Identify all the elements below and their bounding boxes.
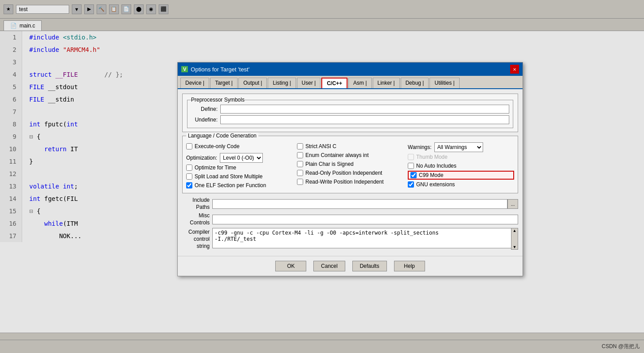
enum-container-cb[interactable] <box>297 152 303 158</box>
one-elf-section-cb[interactable] <box>186 182 192 188</box>
execute-only-code-cb[interactable] <box>186 143 192 149</box>
dialog-footer: OK Cancel Defaults Help <box>178 256 523 276</box>
codegen-section: Language / Code Generation Execute-only … <box>182 136 518 193</box>
one-elf-section-row: One ELF Section per Function <box>186 181 293 189</box>
dialog-title-text: Options for Target 'test' <box>191 66 250 73</box>
strict-ansi-c-cb[interactable] <box>297 143 303 149</box>
undefine-input[interactable] <box>220 115 509 124</box>
gnu-extensions-cb[interactable] <box>408 181 414 188</box>
strict-ansi-c-row: Strict ANSI C <box>297 142 403 150</box>
plain-char-signed-row: Plain Char is Signed <box>297 160 403 168</box>
gnu-extensions-row: GNU extensions <box>408 180 514 188</box>
warnings-label: Warnings: <box>408 144 432 150</box>
define-input[interactable] <box>220 105 509 114</box>
compiler-control-label: Compiler control string <box>182 228 212 250</box>
optimize-for-time-label: Optimize for Time <box>195 165 236 171</box>
preprocessor-legend: Preprocessor Symbols <box>191 97 245 103</box>
dialog-title: V Options for Target 'test' <box>181 66 250 73</box>
optimize-for-time-cb[interactable] <box>186 165 192 171</box>
execute-only-code-row: Execute-only Code <box>186 142 293 150</box>
dialog-titlebar: V Options for Target 'test' × <box>178 63 523 76</box>
enum-container-row: Enum Container always int <box>297 151 403 159</box>
help-button[interactable]: Help <box>394 261 425 271</box>
options-dialog: V Options for Target 'test' × Device | T… <box>177 62 523 276</box>
dialog-body: Preprocessor Symbols Define: Undefine: L… <box>178 89 523 256</box>
tab-cpp[interactable]: C/C++ <box>321 78 347 88</box>
plain-char-signed-cb[interactable] <box>297 161 303 167</box>
dialog-tab-bar: Device | Target | Output | Listing | Use… <box>178 76 523 89</box>
codegen-col2: Strict ANSI C Enum Container always int … <box>297 142 403 189</box>
no-auto-includes-cb[interactable] <box>408 163 414 169</box>
codegen-legend: Language / Code Generation <box>186 133 258 139</box>
ro-position-indep-cb[interactable] <box>297 170 303 176</box>
thumb-mode-cb <box>408 154 414 160</box>
include-paths-row: Include Paths ... <box>182 197 518 211</box>
tab-linker[interactable]: Linker | <box>373 78 400 88</box>
tab-device[interactable]: Device | <box>180 78 209 88</box>
tab-target[interactable]: Target | <box>210 78 238 88</box>
c99-mode-label: C99 Mode <box>419 172 443 178</box>
define-label: Define: <box>191 106 218 112</box>
preprocessor-section: Preprocessor Symbols Define: Undefine: <box>182 94 518 132</box>
no-auto-includes-row: No Auto Includes <box>408 162 514 170</box>
compiler-control-container: -c99 -gnu -c -cpu Cortex-M4 -li -g -O0 -… <box>212 228 518 250</box>
tab-listing[interactable]: Listing | <box>268 78 296 88</box>
enum-container-label: Enum Container always int <box>305 152 369 158</box>
warnings-row: Warnings: All Warnings No Warnings Unspe… <box>408 142 514 152</box>
include-paths-browse-button[interactable]: ... <box>507 199 518 209</box>
ro-position-indep-label: Read-Only Position Independent <box>305 170 382 176</box>
warnings-select[interactable]: All Warnings No Warnings Unspecified <box>434 142 483 152</box>
scroll-up-btn[interactable]: ▲ <box>511 228 518 233</box>
dialog-overlay: V Options for Target 'test' × Device | T… <box>0 0 644 353</box>
codegen-col3: Warnings: All Warnings No Warnings Unspe… <box>408 142 514 189</box>
plain-char-signed-label: Plain Char is Signed <box>305 161 354 167</box>
ro-position-indep-row: Read-Only Position Independent <box>297 169 403 177</box>
ok-button[interactable]: OK <box>275 261 306 271</box>
split-load-store-row: Split Load and Store Multiple <box>186 173 293 180</box>
scroll-down-btn[interactable]: ▼ <box>511 245 518 249</box>
include-paths-input[interactable] <box>212 199 507 209</box>
tab-debug[interactable]: Debug | <box>401 78 429 88</box>
codegen-inner: Execute-only Code Optimization: Level 0 … <box>186 142 514 189</box>
thumb-mode-row: Thumb Mode <box>408 153 514 161</box>
define-row: Define: <box>191 105 509 114</box>
include-paths-label: Include Paths <box>182 197 212 211</box>
optimize-for-time-row: Optimize for Time <box>186 164 293 172</box>
compiler-control-row: Compiler control string -c99 -gnu -c -cp… <box>182 228 518 250</box>
dialog-icon: V <box>181 66 188 72</box>
split-load-store-cb[interactable] <box>186 173 192 180</box>
split-load-store-label: Split Load and Store Multiple <box>195 173 262 180</box>
rw-position-indep-label: Read-Write Position Independent <box>305 179 384 185</box>
c99-mode-row: C99 Mode <box>408 171 514 180</box>
strict-ansi-c-label: Strict ANSI C <box>305 143 336 149</box>
compiler-control-textarea[interactable]: -c99 -gnu -c -cpu Cortex-M4 -li -g -O0 -… <box>212 228 518 248</box>
tab-user[interactable]: User | <box>297 78 321 88</box>
thumb-mode-label: Thumb Mode <box>416 154 448 160</box>
misc-controls-input[interactable] <box>212 215 518 224</box>
misc-controls-row: Misc Controls <box>182 212 518 226</box>
cancel-button[interactable]: Cancel <box>313 261 345 271</box>
compiler-scrollbar[interactable]: ▲ ▼ <box>511 228 518 250</box>
misc-controls-label: Misc Controls <box>182 212 212 226</box>
dialog-close-button[interactable]: × <box>510 65 519 74</box>
c99-mode-cb[interactable] <box>410 172 417 178</box>
rw-position-indep-row: Read-Write Position Independent <box>297 178 403 186</box>
tab-output[interactable]: Output | <box>238 78 267 88</box>
optimization-label: Optimization: <box>186 155 217 161</box>
optimization-select[interactable]: Level 0 (-O0) Level 1 (-O1) Level 2 (-O2… <box>220 153 263 163</box>
execute-only-code-label: Execute-only Code <box>195 143 239 149</box>
undefine-label: Undefine: <box>191 117 218 123</box>
undefine-row: Undefine: <box>191 115 509 124</box>
one-elf-section-label: One ELF Section per Function <box>195 182 266 188</box>
no-auto-includes-label: No Auto Includes <box>416 163 457 169</box>
gnu-extensions-label: GNU extensions <box>416 181 455 188</box>
rw-position-indep-cb[interactable] <box>297 179 303 185</box>
tab-asm[interactable]: Asm | <box>348 78 371 88</box>
optimization-row: Optimization: Level 0 (-O0) Level 1 (-O1… <box>186 153 293 163</box>
tab-utilities[interactable]: Utilities | <box>429 78 459 88</box>
codegen-col1: Execute-only Code Optimization: Level 0 … <box>186 142 293 189</box>
defaults-button[interactable]: Defaults <box>352 261 387 271</box>
